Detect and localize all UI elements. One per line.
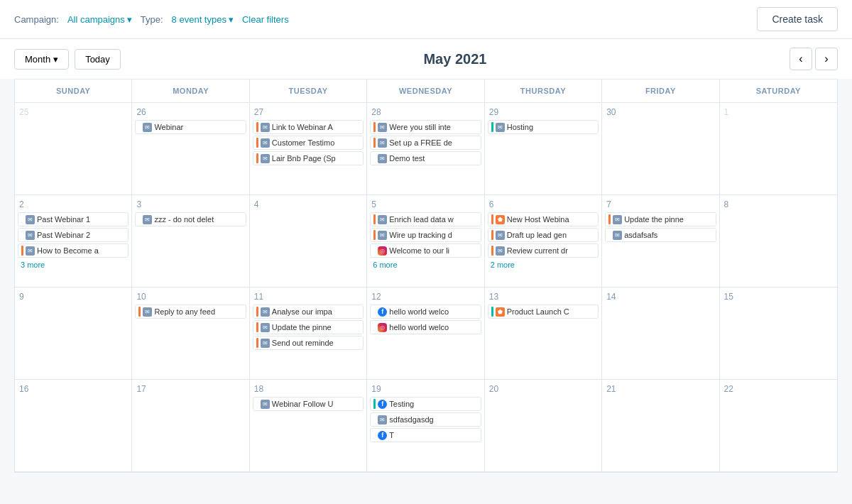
day-number: 7	[605, 199, 716, 209]
day-number: 30	[605, 107, 716, 117]
calendar-event[interactable]: ✉Past Webinar 2	[18, 228, 129, 242]
calendar-event[interactable]: ◎Welcome to our li	[370, 243, 481, 258]
email-icon: ✉	[143, 215, 152, 224]
event-bar	[373, 322, 376, 332]
calendar-event[interactable]: ✉Link to Webinar A	[253, 120, 364, 134]
today-btn[interactable]: Today	[75, 49, 121, 70]
header-thursday: THURSDAY	[485, 80, 602, 102]
calendar-event[interactable]: ◎hello world welco	[370, 320, 481, 334]
email-icon: ✉	[26, 215, 35, 224]
day-cell[interactable]: 19fTesting✉sdfasdgasdgfT	[367, 380, 484, 472]
event-bar	[256, 307, 258, 317]
day-cell[interactable]: 20	[485, 380, 602, 472]
event-title: Update the pinne	[272, 323, 360, 332]
day-cell[interactable]: 26✉Webinar	[132, 103, 249, 195]
event-bar	[373, 122, 376, 132]
event-bar	[373, 399, 376, 409]
day-cell[interactable]: 9	[15, 287, 132, 380]
email-icon: ✉	[26, 246, 35, 256]
event-title: Customer Testimo	[272, 138, 360, 147]
calendar-event[interactable]: ✉Enrich lead data w	[370, 212, 481, 226]
event-bar	[373, 415, 376, 424]
day-cell[interactable]: 14	[602, 287, 719, 380]
day-number: 9	[18, 292, 129, 302]
event-bar	[138, 307, 141, 317]
calendar-event[interactable]: fTesting	[370, 397, 481, 411]
calendar-event[interactable]: ✉Wire up tracking d	[370, 228, 481, 242]
create-task-button[interactable]: Create task	[757, 7, 838, 31]
next-month-btn[interactable]: ›	[815, 48, 838, 70]
campaign-label: Campaign:	[14, 14, 59, 25]
event-bar	[373, 307, 376, 317]
day-cell[interactable]: 4	[250, 195, 367, 287]
calendar-event[interactable]: ✉Reply to any feed	[135, 305, 246, 319]
calendar-event[interactable]: ✉Analyse our impa	[253, 305, 364, 319]
day-cell[interactable]: 28✉Were you still inte✉Set up a FREE de✉…	[367, 103, 484, 195]
day-cell[interactable]: 1	[720, 103, 837, 195]
calendar-event[interactable]: fT	[370, 428, 481, 442]
day-cell[interactable]: 21	[602, 380, 719, 472]
more-events-link[interactable]: 2 more	[488, 259, 599, 270]
calendar-event[interactable]: ✉Update the pinne	[253, 320, 364, 334]
calendar-event[interactable]: ✉Demo test	[370, 151, 481, 165]
calendar-event[interactable]: ⬟Product Launch C	[488, 305, 599, 319]
calendar-event[interactable]: ✉Set up a FREE de	[370, 136, 481, 150]
calendar-event[interactable]: ✉How to Become a	[18, 243, 129, 258]
instagram-icon: ◎	[378, 246, 387, 256]
day-cell[interactable]: 7✉Update the pinne✉asdafsafs	[602, 195, 719, 287]
prev-month-btn[interactable]: ‹	[790, 48, 812, 70]
more-events-link[interactable]: 6 more	[370, 259, 481, 270]
calendar-event[interactable]: ✉Customer Testimo	[253, 136, 364, 150]
type-filter-btn[interactable]: 8 event types ▾	[172, 14, 234, 25]
day-cell[interactable]: 10✉Reply to any feed	[132, 287, 249, 380]
calendar-event[interactable]: ✉zzz - do not delet	[135, 212, 246, 226]
calendar-event[interactable]: ✉Past Webinar 1	[18, 212, 129, 226]
email-icon: ✉	[496, 123, 505, 132]
event-bar	[373, 430, 376, 440]
calendar-event[interactable]: ✉sdfasdgasdg	[370, 412, 481, 427]
day-cell[interactable]: 29✉Hosting	[485, 103, 602, 195]
calendar-event[interactable]: ✉Hosting	[488, 120, 599, 134]
day-cell[interactable]: 30	[602, 103, 719, 195]
day-cell[interactable]: 11✉Analyse our impa✉Update the pinne✉Sen…	[250, 287, 367, 380]
calendar-event[interactable]: ✉Webinar Follow U	[253, 397, 364, 411]
day-cell[interactable]: 27✉Link to Webinar A✉Customer Testimo✉La…	[250, 103, 367, 195]
calendar-event[interactable]: ✉asdafsafs	[605, 228, 716, 242]
calendar-event[interactable]: fhello world welco	[370, 305, 481, 319]
header-sunday: SUNDAY	[15, 80, 132, 102]
day-cell[interactable]: 6⬟New Host Webina✉Draft up lead gen✉Revi…	[485, 195, 602, 287]
event-bar	[491, 214, 493, 224]
clear-filters-btn[interactable]: Clear filters	[242, 14, 289, 25]
calendar-event[interactable]: ✉Lair Bnb Page (Sp	[253, 151, 364, 165]
calendar-event[interactable]: ✉Review current dr	[488, 243, 599, 258]
calendar-event[interactable]: ✉Draft up lead gen	[488, 228, 599, 242]
event-title: zzz - do not delet	[154, 215, 242, 224]
day-cell[interactable]: 5✉Enrich lead data w✉Wire up tracking d◎…	[367, 195, 484, 287]
day-cell[interactable]: 22	[720, 380, 837, 472]
day-cell[interactable]: 8	[720, 195, 837, 287]
hubspot-icon: ⬟	[496, 215, 505, 224]
calendar-event[interactable]: ✉Update the pinne	[605, 212, 716, 226]
day-cell[interactable]: 25	[15, 103, 132, 195]
day-cell[interactable]: 3✉zzz - do not delet	[132, 195, 249, 287]
event-title: Analyse our impa	[272, 307, 360, 316]
day-cell[interactable]: 17	[132, 380, 249, 472]
calendar-event[interactable]: ✉Send out reminde	[253, 336, 364, 350]
event-title: How to Become a	[37, 246, 125, 255]
calendar-event[interactable]: ⬟New Host Webina	[488, 212, 599, 226]
day-cell[interactable]: 15	[720, 287, 837, 380]
month-view-btn[interactable]: Month ▾	[14, 49, 69, 70]
day-cell[interactable]: 12fhello world welco◎hello world welco	[367, 287, 484, 380]
campaign-filter-btn[interactable]: All campaigns ▾	[67, 14, 132, 25]
day-cell[interactable]: 13⬟Product Launch C	[485, 287, 602, 380]
calendar-event[interactable]: ✉Webinar	[135, 120, 246, 134]
day-cell[interactable]: 16	[15, 380, 132, 472]
calendar-event[interactable]: ✉Were you still inte	[370, 120, 481, 134]
event-title: Review current dr	[507, 246, 595, 255]
facebook-icon: f	[378, 431, 387, 440]
more-events-link[interactable]: 3 more	[18, 259, 129, 270]
day-cell[interactable]: 18✉Webinar Follow U	[250, 380, 367, 472]
day-cell[interactable]: 2✉Past Webinar 1✉Past Webinar 2✉How to B…	[15, 195, 132, 287]
event-title: hello world welco	[389, 307, 477, 316]
email-icon: ✉	[143, 307, 152, 317]
